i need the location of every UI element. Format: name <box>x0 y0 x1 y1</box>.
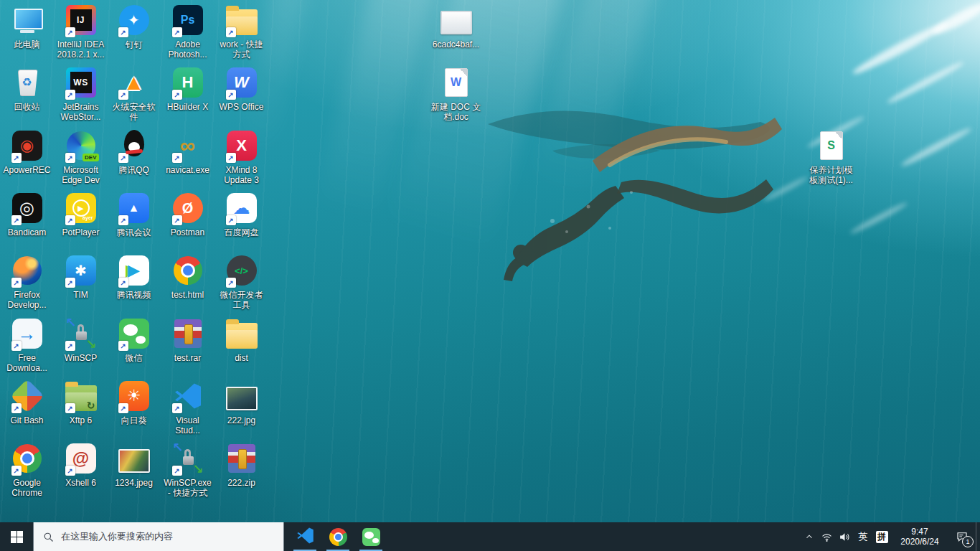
desktop-icon-work-folder[interactable]: ↗work - 快捷 方式 <box>215 3 268 60</box>
tray-volume-button[interactable] <box>836 522 854 551</box>
desktop-icon-firefox-developer[interactable]: ↗Firefox Develop... <box>0 253 54 310</box>
desktop-icon-wps-office[interactable]: W↗WPS Office <box>215 65 268 112</box>
desktop-icon-winscp-exe-shortcut[interactable]: ↖↘↗WinSCP.exe - 快捷方式 <box>161 441 215 498</box>
shortcut-arrow-icon: ↗ <box>11 341 22 351</box>
desktop-icon-new-doc-document[interactable]: W新建 DOC 文 档.doc <box>429 65 483 122</box>
desktop-icon-1234-jpeg[interactable]: 1234.jpeg <box>107 441 161 488</box>
desktop-icon-label: 222.zip <box>227 478 255 488</box>
desktop-icon-label: navicat.exe <box>166 165 209 175</box>
search-icon <box>43 532 54 542</box>
tray-language-indicator[interactable]: 英 <box>854 522 872 551</box>
desktop-icon-label: JetBrains WebStor... <box>61 102 101 122</box>
search-input[interactable]: 在这里输入你要搜索的内容 <box>33 522 284 551</box>
desktop-icon-hbuilder-x[interactable]: H↗HBuilder X <box>161 65 215 112</box>
tray-ime-indicator[interactable]: 拼 <box>872 522 891 551</box>
desktop-icon-label: Bandicam <box>8 227 46 237</box>
desktop-icon-visual-studio-code[interactable]: ↗Visual Stud... <box>161 379 215 435</box>
desktop-icon-222-zip[interactable]: 222.zip <box>215 441 268 488</box>
tencent-video-icon: ▶↗ <box>117 253 151 288</box>
new-doc-document-icon: W <box>439 65 473 100</box>
desktop-icon-winscp[interactable]: ↖↘↗WinSCP <box>54 316 108 363</box>
navicat-icon: ∞↗ <box>171 128 205 163</box>
google-chrome-icon: ↗ <box>10 441 44 476</box>
this-pc-icon <box>10 3 44 37</box>
desktop-icon-sunlogin[interactable]: ☀↗向日葵 <box>107 379 161 425</box>
shortcut-arrow-icon: ↗ <box>226 278 236 288</box>
desktop-icon-maintenance-plan-template[interactable]: S保养计划模 板测试(1)... <box>804 128 858 185</box>
maintenance-plan-template-icon: S <box>814 128 849 163</box>
desktop-icon-wechat-devtools[interactable]: </>↗微信开发者 工具 <box>215 253 268 310</box>
shortcut-arrow-icon: ↗ <box>65 278 75 288</box>
taskbar-app-wechat[interactable] <box>354 522 387 551</box>
desktop-icon-wechat[interactable]: ↗微信 <box>107 316 161 363</box>
desktop-icon-tencent-qq[interactable]: ↗腾讯QQ <box>107 128 161 175</box>
shortcut-arrow-icon: ↗ <box>11 466 22 476</box>
desktop-icon-apowerrec[interactable]: ◉↗ApowerREC <box>0 128 54 175</box>
desktop-icon-label: 保养计划模 板测试(1)... <box>809 165 853 185</box>
desktop-icon-git-bash[interactable]: ↗Git Bash <box>0 379 54 425</box>
tray-show-hidden-icons-button[interactable] <box>800 522 818 551</box>
shortcut-arrow-icon: ↗ <box>65 466 75 476</box>
shortcut-arrow-icon: ↗ <box>65 215 75 225</box>
desktop-icon-label: dist <box>235 353 248 363</box>
shortcut-arrow-icon: ↗ <box>118 403 128 413</box>
desktop-icon-adobe-photoshop[interactable]: Ps↗Adobe Photosh... <box>161 3 215 60</box>
desktop-icon-label: 腾讯视频 <box>117 290 151 300</box>
desktop-icon-potplayer[interactable]: ▶ayer↗PotPlayer <box>54 191 108 237</box>
windows-desktop: 此电脑♻回收站◉↗ApowerREC◎↗Bandicam↗Firefox Dev… <box>0 0 980 551</box>
shortcut-arrow-icon: ↗ <box>172 215 182 225</box>
desktop-icon-baidu-netdisk[interactable]: ☁↗百度网盘 <box>215 191 268 237</box>
action-center-button[interactable]: 1 <box>948 522 976 551</box>
desktop-icon-tencent-video[interactable]: ▶↗腾讯视频 <box>107 253 161 300</box>
desktop-icon-xmind-8[interactable]: X↗XMind 8 Update 3 <box>215 128 268 185</box>
pinned-apps <box>288 522 387 551</box>
tray-wifi-button[interactable] <box>818 522 836 551</box>
taskbar-app-chrome[interactable] <box>321 522 354 551</box>
clock-date: 2020/6/24 <box>900 537 938 547</box>
desktop-icon-test-rar[interactable]: test.rar <box>161 316 215 363</box>
shortcut-arrow-icon: ↗ <box>118 27 128 37</box>
desktop-icon-xftp-6[interactable]: ↻↗Xftp 6 <box>54 379 108 425</box>
tencent-meeting-icon: ▲↗ <box>117 191 151 225</box>
desktop-icon-xshell-6[interactable]: @↗Xshell 6 <box>54 441 108 488</box>
desktop-icon-bandicam[interactable]: ◎↗Bandicam <box>0 191 54 237</box>
desktop-icon-navicat[interactable]: ∞↗navicat.exe <box>161 128 215 175</box>
desktop-icon-jetbrains-webstorm[interactable]: WS↗JetBrains WebStor... <box>54 65 108 122</box>
intellij-idea-icon: IJ↗ <box>64 3 98 37</box>
desktop-icon-dist-folder[interactable]: dist <box>215 316 268 363</box>
desktop-icon-postman[interactable]: Ø↗Postman <box>161 191 215 237</box>
desktop-icon-dingtalk[interactable]: ✦↗钉钉 <box>107 3 161 50</box>
work-folder-icon: ↗ <box>225 3 259 37</box>
desktop-icon-free-download-manager[interactable]: →↗Free Downloa... <box>0 316 54 373</box>
desktop-icon-label: Google Chrome <box>11 478 42 498</box>
windows-logo-icon <box>11 531 23 543</box>
desktop-icon-test-html[interactable]: test.html <box>161 253 215 300</box>
desktop-icon-label: 此电脑 <box>14 39 40 50</box>
desktop-icon-tim[interactable]: ✱↗TIM <box>54 253 108 300</box>
shortcut-arrow-icon: ↗ <box>118 341 128 351</box>
desktop-icon-microsoft-edge-dev[interactable]: DEV↗Microsoft Edge Dev <box>54 128 108 185</box>
tray-clock[interactable]: 9:47 2020/6/24 <box>891 522 948 551</box>
show-desktop-button[interactable] <box>976 522 980 551</box>
desktop-icon-recycle-bin[interactable]: ♻回收站 <box>0 65 54 112</box>
desktop-icon-this-pc[interactable]: 此电脑 <box>0 3 54 50</box>
start-button[interactable] <box>0 522 33 551</box>
desktop-icon-6cadc4baf[interactable]: 6cadc4baf... <box>429 3 483 50</box>
visual-studio-code-icon: ↗ <box>171 379 205 413</box>
shortcut-arrow-icon: ↗ <box>226 153 236 163</box>
shortcut-arrow-icon: ↗ <box>11 278 22 288</box>
shortcut-arrow-icon: ↗ <box>11 403 22 413</box>
desktop-icon-grid: 此电脑♻回收站◉↗ApowerREC◎↗Bandicam↗Firefox Dev… <box>0 0 980 522</box>
taskbar-app-vscode[interactable] <box>288 522 321 551</box>
apowerrec-icon: ◉↗ <box>10 128 44 163</box>
desktop-icon-google-chrome[interactable]: ↗Google Chrome <box>0 441 54 498</box>
desktop-icon-tencent-meeting[interactable]: ▲↗腾讯会议 <box>107 191 161 237</box>
desktop-icon-huorong-security[interactable]: ▲↗火绒安全软 件 <box>107 65 161 122</box>
desktop-icon-intellij-idea[interactable]: IJ↗IntelliJ IDEA 2018.2.1 x... <box>54 3 108 60</box>
desktop-icon-label: Postman <box>171 227 204 237</box>
desktop-icon-label: ApowerREC <box>3 165 50 175</box>
desktop-icon-222-jpg[interactable]: 222.jpg <box>215 379 268 425</box>
jetbrains-webstorm-icon: WS↗ <box>64 65 98 100</box>
desktop-icon-label: 6cadc4baf... <box>433 39 479 50</box>
notification-badge: 1 <box>962 536 974 547</box>
